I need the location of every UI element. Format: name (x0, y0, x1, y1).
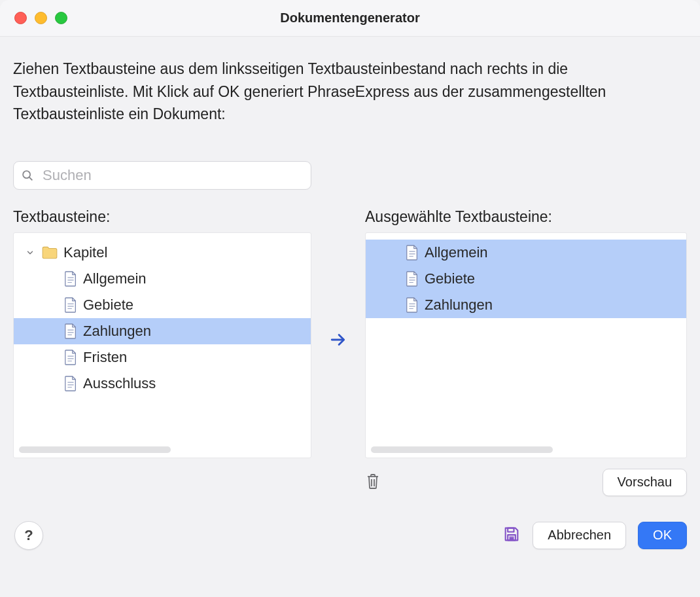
tree-item-label: Ausschluss (83, 375, 156, 392)
right-panel-label: Ausgewählte Textbausteine: (365, 208, 687, 226)
tree-folder-row[interactable]: Kapitel (14, 240, 311, 266)
svg-line-1 (29, 177, 33, 180)
document-icon (405, 297, 419, 314)
instruction-text: Ziehen Textbausteine aus dem linksseitig… (13, 58, 687, 126)
folder-icon (41, 245, 58, 260)
save-icon[interactable] (502, 525, 521, 546)
selected-item[interactable]: Gebiete (366, 266, 686, 292)
horizontal-scrollbar[interactable] (371, 446, 553, 453)
tree-folder-label: Kapitel (63, 244, 107, 261)
selected-item[interactable]: Zahlungen (366, 292, 686, 318)
ok-button-label: OK (653, 528, 672, 543)
svg-point-0 (23, 171, 30, 178)
svg-rect-29 (508, 528, 514, 532)
tree-item-label: Gebiete (83, 297, 133, 314)
tree-item[interactable]: Ausschluss (14, 371, 311, 397)
search-input[interactable] (41, 166, 304, 185)
document-icon (405, 270, 419, 287)
document-icon (63, 323, 78, 340)
document-icon (63, 297, 78, 314)
preview-button[interactable]: Vorschau (603, 469, 687, 496)
window-titlebar: Dokumentengenerator (0, 0, 700, 37)
cancel-button[interactable]: Abbrechen (533, 522, 626, 549)
arrow-right-icon (328, 331, 348, 351)
chevron-down-icon[interactable] (24, 248, 36, 257)
document-icon (63, 349, 78, 366)
selected-snippets-list[interactable]: Allgemein Gebiete Zahlungen (365, 232, 687, 458)
document-icon (63, 375, 78, 392)
tree-item[interactable]: Allgemein (14, 266, 311, 292)
tree-item[interactable]: Zahlungen (14, 318, 311, 344)
preview-button-label: Vorschau (618, 475, 672, 490)
help-button[interactable]: ? (14, 521, 43, 550)
left-panel-label: Textbausteine: (13, 208, 311, 226)
tree-item[interactable]: Gebiete (14, 292, 311, 318)
tree-item-label: Fristen (83, 349, 127, 366)
tree-item-label: Allgemein (83, 270, 147, 287)
document-icon (405, 244, 419, 261)
selected-item[interactable]: Allgemein (366, 240, 686, 266)
tree-item[interactable]: Fristen (14, 344, 311, 371)
selected-item-label: Gebiete (425, 270, 475, 287)
selected-item-label: Zahlungen (425, 297, 493, 314)
window-title: Dokumentengenerator (0, 10, 700, 26)
search-field[interactable] (13, 161, 311, 190)
search-icon (20, 168, 35, 183)
horizontal-scrollbar[interactable] (19, 446, 171, 453)
ok-button[interactable]: OK (638, 522, 687, 549)
selected-item-label: Allgemein (425, 244, 488, 261)
document-icon (63, 270, 78, 287)
help-icon: ? (24, 527, 33, 544)
available-snippets-list[interactable]: Kapitel Allgemein Gebiete (13, 232, 311, 458)
trash-icon[interactable] (365, 472, 381, 493)
tree-item-label: Zahlungen (83, 323, 151, 340)
cancel-button-label: Abbrechen (548, 528, 611, 543)
